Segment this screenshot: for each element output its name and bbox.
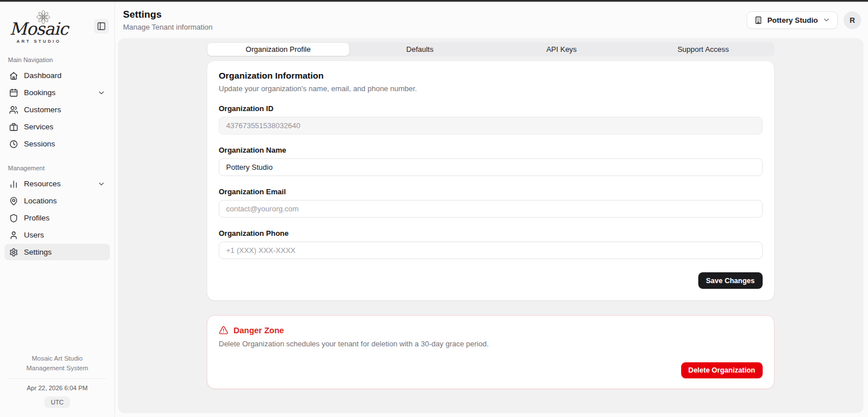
nav-section-management: Management <box>3 165 111 171</box>
field-organization-phone: Organization Phone <box>219 229 763 259</box>
sidebar-nav: Main Navigation Dashboard Bookings Custo… <box>0 44 114 261</box>
danger-zone-actions: Delete Organization <box>219 362 763 378</box>
calendar-icon <box>9 88 18 97</box>
sidebar-item-users[interactable]: Users <box>5 227 110 243</box>
card-actions: Save Changes <box>219 272 763 289</box>
page-header-titles: Settings Manage Tenant information <box>123 9 212 31</box>
sidebar-item-label: Services <box>24 122 54 131</box>
organization-name-label: Organization Name <box>219 146 763 154</box>
sidebar-item-label: Resources <box>24 179 61 188</box>
brand-subtitle: ART STUDIO <box>17 39 61 44</box>
sidebar-item-label: Sessions <box>24 140 55 148</box>
organization-phone-input[interactable] <box>219 242 763 259</box>
tenant-name: Pottery Studio <box>767 16 818 24</box>
sidebar-item-label: Bookings <box>24 88 56 97</box>
shield-icon <box>9 214 18 223</box>
building-icon <box>754 16 763 24</box>
chevron-down-icon <box>97 89 105 97</box>
organization-phone-label: Organization Phone <box>219 229 763 238</box>
page-header: Settings Manage Tenant information Potte… <box>115 2 868 38</box>
content-column: Organization Profile Defaults API Keys S… <box>207 38 775 389</box>
sidebar-item-sessions[interactable]: Sessions <box>5 136 110 152</box>
brand-logo: Mosaic ART STUDIO <box>11 9 66 44</box>
organization-email-input[interactable] <box>219 200 763 218</box>
save-changes-button[interactable]: Save Changes <box>698 272 763 289</box>
danger-zone-card: Danger Zone Delete Organization schedule… <box>207 315 775 389</box>
sidebar-item-bookings[interactable]: Bookings <box>5 84 110 101</box>
home-icon <box>9 71 18 80</box>
sidebar-item-services[interactable]: Services <box>5 118 110 135</box>
danger-zone-description: Delete Organization schedules your tenan… <box>219 340 763 348</box>
tenant-switcher-button[interactable]: Pottery Studio <box>747 11 838 29</box>
clock-icon <box>9 140 18 149</box>
page-subtitle: Manage Tenant information <box>123 23 212 31</box>
bar-chart-icon <box>9 179 18 189</box>
organization-email-label: Organization Email <box>219 187 763 196</box>
sidebar-item-label: Dashboard <box>24 71 62 80</box>
sidebar-logo-row: Mosaic ART STUDIO <box>0 9 114 44</box>
page-title: Settings <box>123 9 212 21</box>
sidebar-item-label: Settings <box>24 248 52 256</box>
field-organization-id: Organization ID <box>219 104 763 134</box>
tab-organization-profile[interactable]: Organization Profile <box>207 43 349 56</box>
organization-info-card: Organization Information Update your org… <box>207 60 775 301</box>
organization-id-label: Organization ID <box>219 104 763 113</box>
footer-datetime: Apr 22, 2026 6:04 PM <box>0 385 114 391</box>
sidebar-item-resources[interactable]: Resources <box>5 175 110 192</box>
map-pin-icon <box>9 197 18 206</box>
user-icon <box>9 231 18 240</box>
danger-zone-header: Danger Zone <box>219 325 763 335</box>
footer-divider <box>8 378 107 379</box>
gear-icon <box>9 248 18 257</box>
sidebar-item-profiles[interactable]: Profiles <box>5 210 110 226</box>
panel-left-icon <box>97 22 106 31</box>
avatar-initial: R <box>850 16 855 24</box>
nav-section-main: Main Navigation <box>3 56 111 63</box>
sidebar-item-label: Profiles <box>24 214 50 222</box>
field-organization-name: Organization Name <box>219 146 763 176</box>
sidebar-item-dashboard[interactable]: Dashboard <box>5 67 110 84</box>
app-root: Mosaic ART STUDIO Main Navigation Dashbo… <box>0 2 868 417</box>
tab-api-keys[interactable]: API Keys <box>491 43 633 56</box>
sidebar-item-customers[interactable]: Customers <box>5 101 110 118</box>
tab-defaults[interactable]: Defaults <box>349 43 491 56</box>
sidebar-item-label: Users <box>24 231 44 239</box>
sidebar-item-settings[interactable]: Settings <box>5 244 110 260</box>
header-right: Pottery Studio R <box>747 11 861 29</box>
content-panel: Organization Profile Defaults API Keys S… <box>118 38 863 413</box>
card-subtitle: Update your organization's name, email, … <box>219 84 763 93</box>
settings-tabs: Organization Profile Defaults API Keys S… <box>207 42 775 56</box>
sidebar-item-locations[interactable]: Locations <box>5 193 110 209</box>
sidebar-item-label: Customers <box>24 105 61 114</box>
organization-id-input <box>219 117 763 134</box>
users-icon <box>9 105 18 115</box>
timezone-badge: UTC <box>44 396 70 408</box>
mandala-ornament-icon <box>35 9 52 26</box>
main-area: Settings Manage Tenant information Potte… <box>115 2 868 417</box>
footer-org-name: Mosaic Art Studio <box>0 354 114 363</box>
delete-organization-button[interactable]: Delete Organization <box>681 362 763 378</box>
chevron-down-icon <box>822 16 830 24</box>
user-avatar[interactable]: R <box>844 11 861 29</box>
tab-support-access[interactable]: Support Access <box>632 43 774 56</box>
sidebar-item-label: Locations <box>24 197 57 205</box>
briefcase-icon <box>9 122 18 132</box>
sidebar: Mosaic ART STUDIO Main Navigation Dashbo… <box>0 2 115 417</box>
chevron-down-icon <box>97 180 105 188</box>
footer-system-name: Management System <box>0 363 114 373</box>
organization-name-input[interactable] <box>219 158 763 176</box>
danger-zone-title: Danger Zone <box>234 326 284 335</box>
field-organization-email: Organization Email <box>219 187 763 218</box>
sidebar-toggle-button[interactable] <box>94 19 109 34</box>
card-title: Organization Information <box>219 71 763 81</box>
sidebar-footer: Mosaic Art Studio Management System Apr … <box>0 354 114 417</box>
alert-triangle-icon <box>219 325 228 335</box>
